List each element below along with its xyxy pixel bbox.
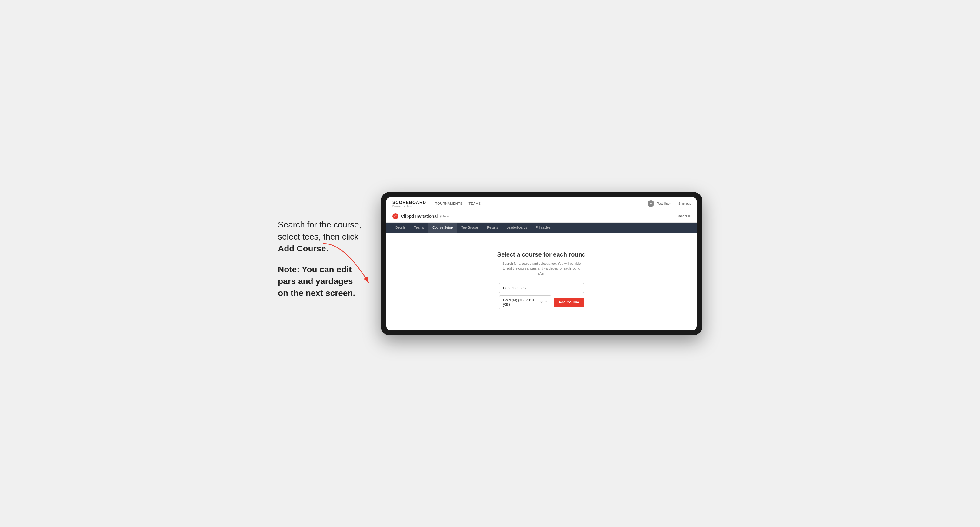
annotation-end: . xyxy=(326,244,328,253)
tab-printables[interactable]: Printables xyxy=(531,222,555,233)
brand-name: SCOREBOARD xyxy=(393,200,426,205)
logo-area: SCOREBOARD Powered by clippd TOURNAMENTS… xyxy=(393,200,481,208)
tournament-name: Clippd Invitational xyxy=(401,214,438,219)
main-nav: TOURNAMENTS TEAMS xyxy=(435,202,481,205)
clippd-logo: C xyxy=(393,213,398,219)
annotation-text: Search for the course, select tees, then… xyxy=(278,219,363,308)
tablet-device: SCOREBOARD Powered by clippd TOURNAMENTS… xyxy=(381,192,702,335)
header-right: R Test User Sign out xyxy=(648,200,690,207)
tee-select-value: Gold (M) (M) (7010 yds) xyxy=(503,298,540,306)
tab-course-setup[interactable]: Course Setup xyxy=(428,222,457,233)
user-avatar: R xyxy=(648,200,654,207)
tab-tee-groups[interactable]: Tee Groups xyxy=(457,222,483,233)
app-header: SCOREBOARD Powered by clippd TOURNAMENTS… xyxy=(387,197,697,210)
nav-tournaments[interactable]: TOURNAMENTS xyxy=(435,202,463,205)
tab-results[interactable]: Results xyxy=(483,222,503,233)
page-wrapper: Search for the course, select tees, then… xyxy=(278,192,702,335)
tee-select-controls: ✕ ⌃ xyxy=(540,300,547,305)
course-search-input[interactable] xyxy=(499,283,584,293)
add-course-button[interactable]: Add Course xyxy=(554,298,584,307)
tab-nav: Details Teams Course Setup Tee Groups Re… xyxy=(387,222,697,233)
annotation-line1: Search for the course, select tees, then… xyxy=(278,220,361,241)
sign-out-link[interactable]: Sign out xyxy=(678,202,690,205)
user-initial: R xyxy=(650,202,652,205)
tournament-header: C Clippd Invitational (Men) Cancel ✕ xyxy=(387,210,697,222)
tab-details[interactable]: Details xyxy=(391,222,410,233)
section-title: Select a course for each round xyxy=(497,251,586,258)
tournament-title: C Clippd Invitational (Men) xyxy=(393,213,449,219)
gender-badge: (Men) xyxy=(440,214,449,218)
section-description: Search for a course and select a tee. Yo… xyxy=(502,261,581,276)
user-name: Test User xyxy=(657,202,671,205)
tee-select[interactable]: Gold (M) (M) (7010 yds) ✕ ⌃ xyxy=(499,295,551,309)
tablet-screen: SCOREBOARD Powered by clippd TOURNAMENTS… xyxy=(387,197,697,330)
nav-teams[interactable]: TEAMS xyxy=(468,202,480,205)
cancel-button[interactable]: Cancel ✕ xyxy=(677,214,690,218)
annotation-bold1: Add Course xyxy=(278,244,326,253)
brand-sub: Powered by clippd xyxy=(393,205,426,208)
clear-icon[interactable]: ✕ xyxy=(540,300,543,305)
tee-select-row: Gold (M) (M) (7010 yds) ✕ ⌃ Add Course xyxy=(499,295,584,309)
main-content: Select a course for each round Search fo… xyxy=(387,233,697,330)
chevron-icon[interactable]: ⌃ xyxy=(544,300,547,305)
divider xyxy=(675,202,675,205)
logo-brand: SCOREBOARD Powered by clippd xyxy=(393,200,426,208)
tab-leaderboards[interactable]: Leaderboards xyxy=(503,222,531,233)
annotation-line2: Note: You can edit pars and yardages on … xyxy=(278,265,355,298)
tab-teams[interactable]: Teams xyxy=(410,222,428,233)
